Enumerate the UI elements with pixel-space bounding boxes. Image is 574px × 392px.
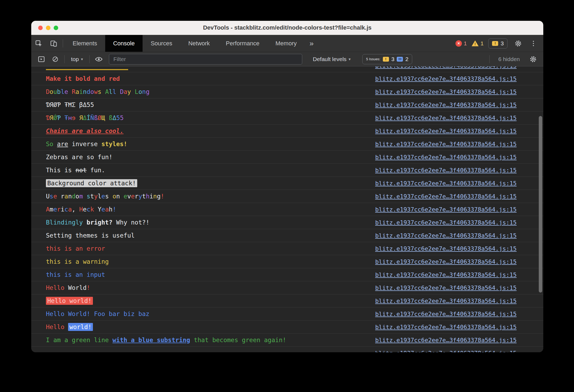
text-segment: Hello world! xyxy=(46,297,93,305)
source-link[interactable]: blitz.e1937cc6e2ee7e…3f4063378a564.js:15 xyxy=(375,324,517,330)
close-window-button[interactable] xyxy=(38,26,43,30)
text-segment: o xyxy=(90,88,94,95)
warning-count: 1 xyxy=(481,40,484,47)
desktop-background: DevTools - stackblitz.com/edit/node-colo… xyxy=(0,0,574,392)
more-tabs-button[interactable]: » xyxy=(305,35,319,52)
context-selector[interactable]: top ▾ xyxy=(67,56,87,62)
text-segment: Δ xyxy=(83,114,87,121)
console-message: So are inverse styles! xyxy=(46,141,127,147)
text-segment: Ɗ xyxy=(46,114,50,121)
text-segment: that becomes green again! xyxy=(190,337,286,343)
text-segment: inverse xyxy=(68,141,101,147)
text-segment: Ƥ xyxy=(57,114,65,121)
error-count-badge[interactable]: × 1 xyxy=(455,40,467,47)
zoom-window-button[interactable] xyxy=(54,26,58,30)
console-message: Zebras are so fun! xyxy=(46,154,112,161)
tab-console[interactable]: Console xyxy=(105,35,143,52)
source-link[interactable]: blitz.e1937cc6e2ee7e…3f4063378a564.js:15 xyxy=(375,154,517,161)
source-link[interactable]: blitz.e1937cc6e2ee7e…3f4063378a564.js:15 xyxy=(375,337,517,343)
source-link[interactable]: blitz.e1937cc6e2ee7e…3f4063378a564.js:15 xyxy=(375,311,517,317)
text-segment: e xyxy=(83,206,87,213)
source-link[interactable]: blitz.e1937cc6e2ee7e…3f4063378a564.js:15 xyxy=(375,258,517,265)
source-link[interactable]: blitz.e1937cc6e2ee7e…3f4063378a564.js:15 xyxy=(375,102,517,108)
live-expression-button[interactable] xyxy=(92,55,105,63)
console-row: I am a green line with a blue substring … xyxy=(31,334,543,347)
console-message: Hello World! xyxy=(46,284,90,291)
source-link[interactable]: blitz.e1937cc6e2ee7e…3f4063378a564.js:15 xyxy=(375,75,517,82)
text-segment: o xyxy=(76,193,79,200)
filter-input[interactable] xyxy=(109,54,302,65)
text-segment: Why not?! xyxy=(116,219,150,226)
tab-elements[interactable]: Elements xyxy=(65,35,105,52)
source-link[interactable]: blitz.e1937cc6e2ee7e…3f4063378a564.js:15 xyxy=(375,232,517,239)
text-segment: Hello World! Foo bar biz baz xyxy=(46,310,150,317)
chevron-down-icon: ▾ xyxy=(349,57,351,62)
source-link[interactable]: blitz.e1937cc6e2ee7e…3f4063378a564.js:15 xyxy=(375,193,517,200)
text-segment: k xyxy=(90,206,98,213)
issues-count: 3 xyxy=(501,40,504,47)
console-message: ƊЯǾƤ Ŧʜɘ ЯΔÍÑßØЩ ßΔ55 xyxy=(46,114,124,121)
text-segment: Ŧ xyxy=(64,114,68,121)
text-segment: Chains are also cool. xyxy=(46,127,124,134)
source-link[interactable]: blitz.e1937cc6e2ee7e…3f4063378a564.js:15 xyxy=(375,180,517,187)
issue-icon: ! xyxy=(492,41,498,46)
text-segment: c xyxy=(87,206,90,213)
source-link[interactable]: blitz.e1937cc6e2ee7e…3f4063378a564.js:15 xyxy=(375,115,517,121)
text-segment: Blindingly xyxy=(46,219,87,226)
console-settings-button[interactable] xyxy=(527,55,540,63)
source-link[interactable]: blitz.e1937cc6e2ee7e…3f4063378a564.js:15 xyxy=(375,128,517,134)
toolbar-divider xyxy=(489,55,490,63)
source-link[interactable]: blitz.e1937cc6e2ee7e…3f4063378a564.js:15 xyxy=(375,219,517,226)
text-segment: I am a green line xyxy=(46,337,112,343)
text-segment: A xyxy=(46,206,50,213)
text-segment: e xyxy=(64,88,72,95)
context-selector-label: top xyxy=(71,56,79,62)
source-link[interactable]: blitz.e1937cc6e2ee7e…3f4063378a564.js:15 xyxy=(375,245,517,252)
console-sidebar-button[interactable] xyxy=(35,55,48,63)
customize-devtools-button[interactable] xyxy=(529,41,538,46)
inspect-element-button[interactable] xyxy=(31,35,46,52)
console-messages: blitz.e1937cc6e2ee7e…3f4063378a564.js:15… xyxy=(31,66,543,352)
console-row: this is an errorblitz.e1937cc6e2ee7e…3f4… xyxy=(31,242,543,255)
tab-memory[interactable]: Memory xyxy=(268,35,305,52)
toolbar-divider xyxy=(63,39,63,47)
console-row: Zebras are so fun!blitz.e1937cc6e2ee7e…3… xyxy=(31,151,543,164)
source-link[interactable]: blitz.e1937cc6e2ee7e…3f4063378a564.js:15 xyxy=(375,350,517,353)
device-toolbar-button[interactable] xyxy=(46,35,61,52)
tab-performance[interactable]: Performance xyxy=(218,35,268,52)
text-segment: d xyxy=(87,88,90,95)
warning-count-badge[interactable]: ! 1 xyxy=(472,40,484,47)
chevron-down-icon: ▾ xyxy=(81,57,83,62)
issues-counter[interactable]: 5 Issues: ! 3 2 xyxy=(362,54,412,64)
log-levels-selector[interactable]: Default levels ▾ xyxy=(309,56,355,62)
issues-button[interactable]: ! 3 xyxy=(488,38,508,49)
tab-network[interactable]: Network xyxy=(180,35,218,52)
tab-sources[interactable]: Sources xyxy=(143,35,180,52)
console-row: Blindingly bright? Why not?!blitz.e1937c… xyxy=(31,216,543,229)
console-row: America, Heck Yeah!blitz.e1937cc6e2ee7e…… xyxy=(31,203,543,216)
console-row: Setting themes is usefulblitz.e1937cc6e2… xyxy=(31,229,543,242)
source-link[interactable]: blitz.e1937cc6e2ee7e…3f4063378a564.js:15 xyxy=(375,298,517,304)
source-link[interactable]: blitz.e1937cc6e2ee7e…3f4063378a564.js:15 xyxy=(375,206,517,213)
text-segment: Я xyxy=(79,114,83,121)
hidden-messages-button[interactable]: 6 hidden xyxy=(497,56,521,63)
settings-button[interactable] xyxy=(512,40,524,47)
text-segment: , xyxy=(72,206,79,213)
text-segment: styles! xyxy=(101,141,127,147)
source-link[interactable]: blitz.e1937cc6e2ee7e…3f4063378a564.js:15 xyxy=(375,66,517,69)
source-link[interactable]: blitz.e1937cc6e2ee7e…3f4063378a564.js:15 xyxy=(375,141,517,147)
source-link[interactable]: blitz.e1937cc6e2ee7e…3f4063378a564.js:15 xyxy=(375,285,517,291)
scrollbar-thumb[interactable] xyxy=(539,116,542,293)
source-link[interactable]: blitz.e1937cc6e2ee7e…3f4063378a564.js:15 xyxy=(375,167,517,174)
source-link[interactable]: blitz.e1937cc6e2ee7e…3f4063378a564.js:15 xyxy=(375,89,517,95)
text-segment: n xyxy=(153,193,157,200)
text-segment: d xyxy=(72,193,76,200)
text-segment: m xyxy=(50,206,53,213)
source-link[interactable]: blitz.e1937cc6e2ee7e…3f4063378a564.js:15 xyxy=(375,271,517,278)
minimize-window-button[interactable] xyxy=(46,26,50,30)
error-count: 1 xyxy=(464,40,467,47)
clear-console-button[interactable] xyxy=(49,56,62,63)
text-segment: Ø xyxy=(98,114,101,121)
text-segment: y xyxy=(94,193,98,200)
text-segment: Setting themes is useful xyxy=(46,232,135,239)
